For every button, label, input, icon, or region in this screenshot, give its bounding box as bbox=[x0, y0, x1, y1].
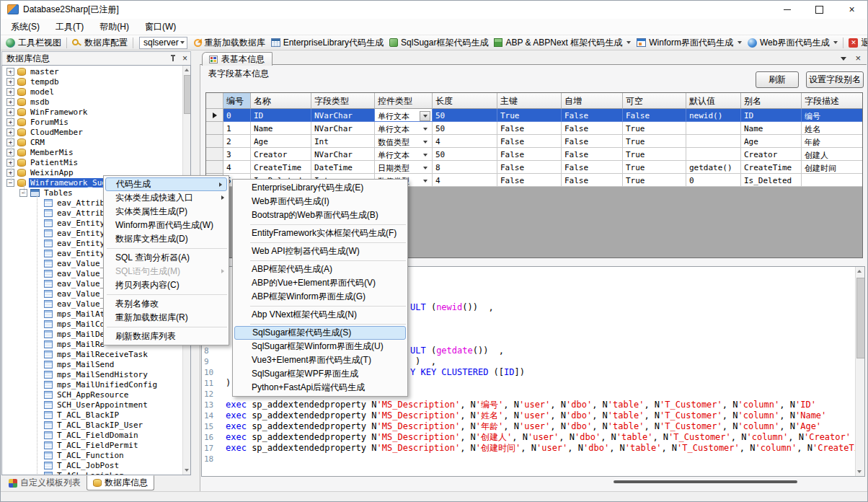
grid-cell[interactable]: 姓名 bbox=[802, 122, 863, 135]
grid-cell[interactable] bbox=[686, 135, 741, 148]
chevron-down-icon[interactable] bbox=[738, 41, 742, 44]
close-button[interactable]: × bbox=[836, 0, 868, 19]
table-row[interactable]: 0IDNVarChar单行文本50TrueFalseFalsenewid()ID… bbox=[206, 109, 862, 122]
tree-item[interactable]: +master bbox=[2, 66, 182, 76]
tree-item[interactable]: T_ACL_LoginLog bbox=[2, 470, 182, 475]
sqlsugar-codegen-button[interactable]: SqlSugar框架代码生成 bbox=[386, 36, 491, 50]
grid-cell[interactable]: NVarChar bbox=[311, 109, 375, 122]
abp-codegen-button[interactable]: ABP & ABPNext 框架代码生成 bbox=[491, 36, 634, 50]
grid-column-header[interactable]: 名称 bbox=[251, 93, 311, 109]
menubar-item[interactable]: 系统(S) bbox=[3, 19, 48, 35]
table-row[interactable]: 2AgeInt数值类型4FalseFalseTrueAge年龄 bbox=[206, 135, 862, 148]
grid-cell[interactable]: True bbox=[623, 135, 686, 148]
grid-cell[interactable]: 4 bbox=[223, 161, 251, 174]
tree-item[interactable]: +PatientMis bbox=[2, 157, 182, 167]
grid-cell[interactable]: False bbox=[562, 161, 623, 174]
grid-cell[interactable]: True bbox=[623, 148, 686, 161]
grid-cell[interactable]: False bbox=[497, 122, 562, 135]
maximize-button[interactable] bbox=[803, 0, 836, 19]
grid-cell[interactable] bbox=[802, 174, 863, 187]
grid-cell[interactable]: 8 bbox=[433, 161, 497, 174]
server-type-combo[interactable]: sqlserver bbox=[139, 37, 187, 49]
grid-column-header[interactable]: 长度 bbox=[433, 93, 497, 109]
grid-cell[interactable]: Name bbox=[741, 122, 802, 135]
context-menu-item[interactable]: 刷新数据库列表 bbox=[104, 330, 229, 343]
submenu-item[interactable]: SqlSugar框架WPF界面生成 bbox=[233, 367, 407, 381]
combo-dropdown-icon[interactable] bbox=[420, 180, 430, 182]
row-selector[interactable] bbox=[206, 135, 223, 148]
combo-dropdown-icon[interactable] bbox=[420, 154, 430, 157]
chevron-down-icon[interactable] bbox=[833, 41, 838, 44]
grid-cell[interactable]: getdate() bbox=[686, 161, 741, 174]
document-close-icon[interactable]: × bbox=[855, 55, 861, 62]
table-row[interactable]: 3CreatorNVarChar单行文本50FalseFalseTrueCrea… bbox=[206, 148, 862, 161]
grid-cell[interactable]: 单行文本 bbox=[375, 122, 433, 135]
table-row[interactable]: 1NameNVarChar单行文本50FalseFalseTrueName姓名 bbox=[206, 122, 862, 135]
grid-cell[interactable]: 单行文本 bbox=[375, 109, 433, 122]
tree-item[interactable]: SCH_UserAppointment bbox=[2, 400, 182, 410]
grid-cell[interactable]: False bbox=[497, 161, 562, 174]
grid-column-header[interactable]: 控件类型 bbox=[375, 93, 433, 109]
row-selector[interactable] bbox=[206, 122, 223, 135]
grid-column-header[interactable]: 默认值 bbox=[686, 93, 741, 109]
grid-cell[interactable]: ID bbox=[741, 109, 802, 122]
grid-cell[interactable]: NVarChar bbox=[311, 122, 375, 135]
grid-cell[interactable]: Age bbox=[251, 135, 311, 148]
grid-column-header[interactable]: 编号 bbox=[223, 93, 251, 109]
grid-cell[interactable]: 4 bbox=[433, 135, 497, 148]
grid-column-header[interactable]: 主键 bbox=[497, 93, 562, 109]
chevron-down-icon[interactable] bbox=[841, 57, 846, 61]
tab-table-info[interactable]: 表基本信息 bbox=[202, 52, 273, 66]
grid-cell[interactable]: False bbox=[497, 135, 562, 148]
grid-cell[interactable]: 年龄 bbox=[802, 135, 863, 148]
tree-item[interactable]: mps_MailSendHistory bbox=[2, 369, 182, 379]
submenu-item[interactable]: Web界面代码生成(I) bbox=[233, 195, 407, 208]
grid-cell[interactable]: False bbox=[623, 109, 686, 122]
grid-column-header[interactable]: 可空 bbox=[623, 93, 686, 109]
grid-cell[interactable]: 2 bbox=[223, 135, 251, 148]
tree-item[interactable]: +CRM bbox=[2, 137, 182, 147]
tree-item[interactable]: SCH_AppResource bbox=[2, 389, 182, 400]
toolbar-view-button[interactable]: 工具栏视图 bbox=[3, 36, 64, 50]
grid-cell[interactable]: False bbox=[562, 135, 623, 148]
submenu-item[interactable]: ABP的Vue+Element界面代码(V) bbox=[233, 276, 407, 290]
scroll-down-icon[interactable] bbox=[185, 469, 189, 472]
table-row[interactable]: 4CreateTimeDateTime日期类型8FalseFalseTruege… bbox=[206, 161, 862, 174]
combo-dropdown-icon[interactable] bbox=[420, 111, 430, 121]
context-menu-item[interactable]: 代码生成 bbox=[105, 177, 227, 191]
grid-cell[interactable] bbox=[686, 148, 741, 161]
row-selector[interactable] bbox=[206, 148, 223, 161]
grid-cell[interactable]: Age bbox=[741, 135, 802, 148]
grid-cell[interactable]: 数值类型 bbox=[375, 135, 433, 148]
grid-cell[interactable]: False bbox=[497, 174, 562, 187]
grid-cell[interactable]: 50 bbox=[433, 148, 497, 161]
grid-cell[interactable]: 创建时间 bbox=[802, 161, 863, 174]
web-codegen-button[interactable]: Web界面代码生成 bbox=[745, 36, 841, 50]
winform-codegen-button[interactable]: Winform界面代码生成 bbox=[634, 36, 745, 50]
tree-item[interactable]: mps_MailSend bbox=[2, 359, 182, 369]
tree-item[interactable]: +ForumMis bbox=[2, 117, 182, 127]
grid-cell[interactable]: CreateTime bbox=[741, 161, 802, 174]
chevron-down-icon[interactable] bbox=[626, 41, 631, 44]
grid-column-header[interactable]: 别名 bbox=[741, 93, 802, 109]
menubar-item[interactable]: 窗口(W) bbox=[137, 19, 184, 35]
panel-close-icon[interactable]: × bbox=[182, 54, 187, 63]
pin-icon[interactable] bbox=[169, 55, 177, 62]
grid-cell[interactable]: False bbox=[562, 109, 623, 122]
tree-item[interactable]: mps_MailReceiveTask bbox=[2, 349, 182, 359]
grid-cell[interactable]: True bbox=[623, 174, 686, 187]
grid-cell[interactable]: 3 bbox=[223, 148, 251, 161]
scrollbar-thumb[interactable] bbox=[856, 278, 865, 358]
exit-button[interactable]: ✕ 退出 bbox=[846, 36, 868, 50]
context-menu-item[interactable]: 实体类属性生成(P) bbox=[104, 205, 229, 219]
grid-cell[interactable]: Creator bbox=[251, 148, 311, 161]
grid-cell[interactable]: True bbox=[497, 109, 562, 122]
context-menu-item[interactable]: 实体类生成快速入口 bbox=[104, 191, 229, 205]
grid-cell[interactable]: 创建人 bbox=[802, 148, 863, 161]
grid-cell[interactable]: newid() bbox=[686, 109, 741, 122]
row-selector[interactable] bbox=[206, 109, 223, 122]
grid-cell[interactable]: 0 bbox=[686, 174, 741, 187]
grid-cell[interactable]: 50 bbox=[433, 122, 497, 135]
grid-cell[interactable]: 4 bbox=[433, 174, 497, 187]
grid-cell[interactable]: 单行文本 bbox=[375, 148, 433, 161]
